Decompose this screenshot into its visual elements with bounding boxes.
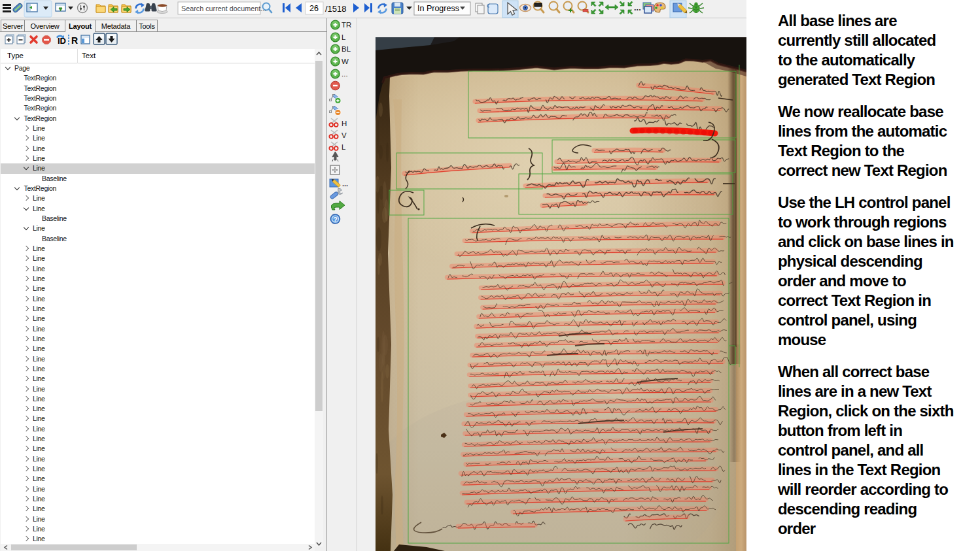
svg-text:W: W	[341, 58, 349, 65]
svg-text:TR: TR	[341, 21, 351, 29]
svg-text:In Progress: In Progress	[417, 4, 459, 13]
svg-text:...: ...	[341, 70, 348, 78]
svg-text:Search current document...: Search current document...	[181, 5, 266, 12]
svg-text:H: H	[341, 120, 347, 127]
svg-text:BL: BL	[341, 45, 351, 53]
svg-text:L: L	[341, 33, 346, 41]
svg-text:ID: ID	[58, 36, 66, 46]
svg-text:26: 26	[309, 4, 319, 13]
svg-text:...: ...	[342, 180, 348, 188]
svg-text:R: R	[71, 35, 78, 46]
svg-text:?: ?	[333, 216, 337, 224]
svg-text:V: V	[341, 131, 347, 139]
svg-text:...: ...	[634, 3, 641, 12]
svg-text:/1518: /1518	[325, 4, 347, 14]
svg-text:L: L	[341, 143, 346, 151]
